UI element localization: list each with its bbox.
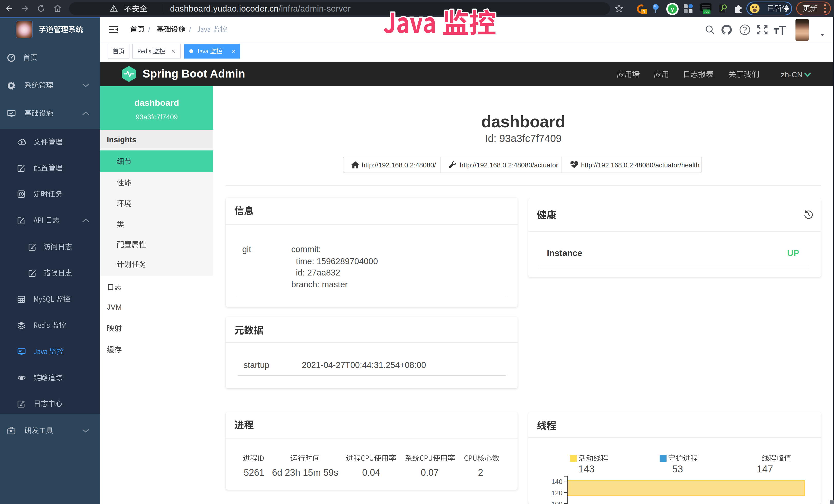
svg-text:1: 1	[643, 9, 645, 14]
svg-text:on: on	[705, 10, 709, 14]
svg-text:y: y	[671, 5, 674, 12]
